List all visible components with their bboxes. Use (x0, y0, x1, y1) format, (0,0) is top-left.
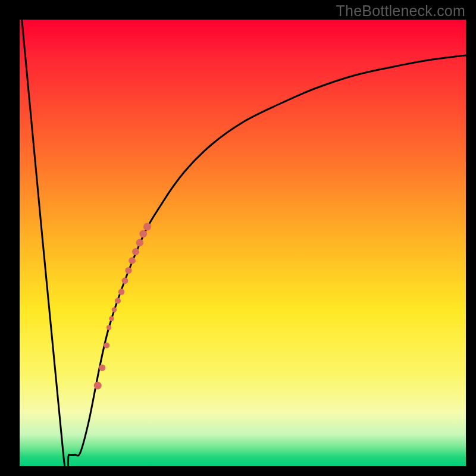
highlight-dot (122, 277, 129, 284)
highlight-dot (129, 257, 136, 264)
highlight-dot (115, 298, 121, 304)
highlight-dot (118, 289, 124, 295)
highlight-dots (94, 223, 151, 389)
bottleneck-curve (22, 20, 466, 466)
highlight-dot (104, 343, 109, 349)
highlight-dot (94, 382, 102, 390)
highlight-dot (139, 230, 147, 238)
highlight-dot (109, 316, 114, 321)
highlight-dot (132, 248, 139, 255)
highlight-dot (143, 223, 151, 230)
highlight-dot (107, 325, 111, 330)
plot-area (20, 20, 466, 466)
watermark-text: TheBottleneck.com (336, 2, 465, 20)
highlight-dot (112, 307, 117, 312)
highlight-dot (136, 239, 143, 246)
curve-layer (20, 20, 466, 466)
chart-frame: TheBottleneck.com (0, 0, 476, 476)
highlight-dot (99, 365, 105, 371)
highlight-dot (125, 267, 131, 274)
